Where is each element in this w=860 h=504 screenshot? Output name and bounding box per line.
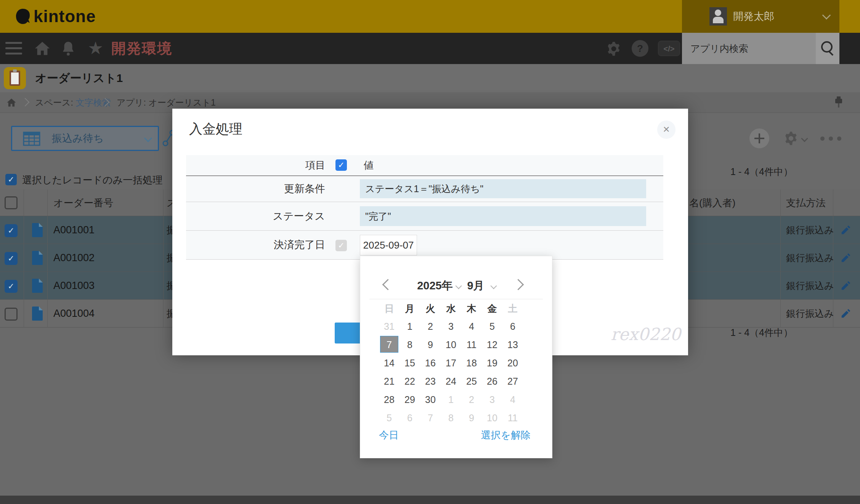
add-record-button[interactable] [749,128,769,148]
app-clipboard-icon[interactable] [4,67,26,89]
calendar-day[interactable]: 8 [400,335,420,354]
calendar-day[interactable]: 6 [502,317,523,335]
dialog-field-table: 項目 ✓ 値 更新条件 ステータス1＝"振込み待ち" ステータス "完了" 決済… [186,155,663,260]
calendar-day[interactable]: 29 [400,390,420,409]
calendar-day[interactable]: 25 [461,372,482,390]
row-checkbox[interactable]: ✓ [5,224,18,237]
calendar-day[interactable]: 15 [400,354,420,372]
calendar-day[interactable]: 16 [420,354,441,372]
calendar-day[interactable]: 5 [482,317,502,335]
pin-icon[interactable] [834,96,843,108]
status-value[interactable]: "完了" [360,206,646,226]
settings-gear-icon[interactable] [605,40,622,57]
more-options-icon[interactable] [820,136,825,141]
bulk-select-checkbox[interactable]: ✓ [5,174,17,185]
calendar-day-selected[interactable]: 7 [379,335,400,354]
record-file-icon[interactable] [32,307,43,321]
order-number-cell[interactable]: A001002 [53,244,95,271]
kintone-logo[interactable]: kintone [15,7,96,26]
calendar-day[interactable]: 6 [400,409,420,427]
calendar-day[interactable]: 27 [502,372,523,390]
edit-pencil-icon[interactable] [840,280,852,293]
view-settings-gear-icon[interactable] [783,130,799,146]
today-link[interactable]: 今日 [379,429,399,442]
notification-bell-icon[interactable] [60,40,76,56]
favorites-star-icon[interactable]: ★ [88,33,103,64]
calendar-day[interactable]: 4 [461,317,482,335]
calendar-day[interactable]: 18 [461,354,482,372]
calendar-day[interactable]: 31 [379,317,400,335]
view-selector-dropdown[interactable]: 振込み待ち [11,126,159,151]
calendar-day[interactable]: 10 [441,335,461,354]
calendar-day[interactable]: 13 [502,335,523,354]
order-number-cell[interactable]: A001004 [53,300,95,327]
calendar-day[interactable]: 30 [420,390,441,409]
calendar-day[interactable]: 3 [482,390,502,409]
calendar-day[interactable]: 19 [482,354,502,372]
settlement-date-input[interactable] [360,235,417,255]
calendar-day[interactable]: 28 [379,390,400,409]
search-button[interactable] [816,33,839,64]
calendar-day[interactable]: 26 [482,372,502,390]
select-all-checkbox[interactable] [5,196,18,209]
field-label: 更新条件 [232,176,325,202]
calendar-day[interactable]: 14 [379,354,400,372]
select-all-fields-checkbox[interactable]: ✓ [335,159,347,171]
record-file-icon[interactable] [32,279,43,293]
breadcrumb-separator [21,98,30,107]
edit-pencil-icon[interactable] [840,308,852,321]
calendar-day[interactable]: 10 [482,409,502,427]
calendar-day[interactable]: 17 [441,354,461,372]
column-header-order-no[interactable]: オーダー番号 [53,189,113,216]
edit-pencil-icon[interactable] [840,252,852,265]
calendar-day[interactable]: 20 [502,354,523,372]
row-checkbox[interactable]: ✓ [5,252,18,265]
clear-selection-link[interactable]: 選択を解除 [481,429,531,442]
order-number-cell[interactable]: A001001 [53,216,95,244]
help-icon[interactable]: ? [632,40,648,57]
record-file-icon[interactable] [32,223,43,237]
user-menu[interactable]: 開発太郎 [682,0,839,33]
calendar-day[interactable]: 21 [379,372,400,390]
calendar-month-dropdown[interactable]: 9月 [464,278,488,294]
calendar-day[interactable]: 4 [502,390,523,409]
weekday-label: 水 [441,303,461,313]
home-icon[interactable] [34,40,51,57]
calendar-day[interactable]: 1 [400,317,420,335]
calendar-day[interactable]: 8 [441,409,461,427]
row-checkbox[interactable] [5,308,18,321]
home-icon[interactable] [6,97,17,108]
calendar-day[interactable]: 22 [400,372,420,390]
next-month-icon[interactable] [513,279,524,291]
breadcrumb-space[interactable]: スペース: 文字検索 [35,92,111,113]
close-icon[interactable]: × [657,120,675,139]
edit-pencil-icon[interactable] [840,224,852,237]
calendar-day[interactable]: 1 [441,390,461,409]
calendar-year-dropdown[interactable]: 2025年 [412,278,458,294]
column-header-buyer[interactable]: 名(購入者) [689,189,735,216]
calendar-day[interactable]: 7 [420,409,441,427]
column-header-payment[interactable]: 支払方法 [786,189,826,216]
calendar-day[interactable]: 11 [461,335,482,354]
calendar-day[interactable]: 12 [482,335,502,354]
calendar-day[interactable]: 24 [441,372,461,390]
calendar-day[interactable]: 3 [441,317,461,335]
update-condition-value[interactable]: ステータス1＝"振込み待ち" [360,179,646,198]
calendar-day[interactable]: 2 [420,317,441,335]
chevron-down-icon[interactable] [801,135,808,142]
calendar-day[interactable]: 5 [379,409,400,427]
previous-month-icon[interactable] [382,279,394,291]
search-input[interactable] [682,33,816,64]
date-field-checkbox[interactable]: ✓ [335,240,347,251]
row-checkbox[interactable]: ✓ [5,280,18,293]
chevron-down-icon[interactable] [491,283,497,289]
calendar-day[interactable]: 9 [461,409,482,427]
order-number-cell[interactable]: A001003 [53,272,95,299]
calendar-day[interactable]: 9 [420,335,441,354]
calendar-day[interactable]: 23 [420,372,441,390]
pagination-bottom: 1 - 4（4件中） [730,326,793,339]
record-file-icon[interactable] [32,251,43,265]
calendar-day[interactable]: 2 [461,390,482,409]
calendar-day[interactable]: 11 [502,409,523,427]
code-icon[interactable]: </> [658,41,680,56]
